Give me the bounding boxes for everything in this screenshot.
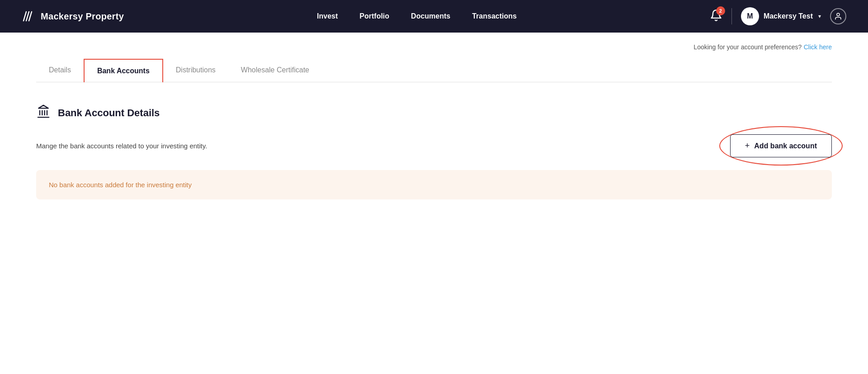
- profile-icon-button[interactable]: [830, 8, 846, 24]
- main-content: Looking for your account preferences? Cl…: [0, 33, 868, 214]
- svg-line-0: [24, 12, 26, 21]
- main-header: Mackersy Property Invest Portfolio Docum…: [0, 0, 868, 33]
- tabs-container: Details Bank Accounts Distributions Whol…: [36, 59, 832, 82]
- preferences-text: Looking for your account preferences?: [693, 43, 802, 52]
- nav-invest[interactable]: Invest: [317, 12, 338, 20]
- tab-details[interactable]: Details: [36, 59, 84, 82]
- profile-circle-icon: [830, 8, 846, 24]
- notification-badge: 2: [716, 6, 725, 15]
- section-body: Mange the bank accounts related to your …: [36, 134, 832, 157]
- add-bank-button-wrapper: + Add bank account: [730, 134, 832, 157]
- section-description: Mange the bank accounts related to your …: [36, 142, 207, 150]
- section-header: Bank Account Details: [36, 104, 832, 122]
- tab-bank-accounts[interactable]: Bank Accounts: [84, 59, 163, 82]
- main-nav: Invest Portfolio Documents Transactions: [317, 12, 517, 20]
- bank-icon: [36, 104, 51, 122]
- nav-documents[interactable]: Documents: [411, 12, 450, 20]
- svg-point-3: [837, 13, 840, 16]
- notification-button[interactable]: 2: [710, 9, 722, 24]
- user-name-label: Mackersy Test: [764, 12, 813, 20]
- header-right: 2 M Mackersy Test ▾: [710, 7, 846, 25]
- click-here-link[interactable]: Click here: [804, 43, 832, 52]
- plus-icon: +: [745, 141, 750, 151]
- header-divider: [731, 8, 732, 24]
- svg-line-1: [26, 12, 29, 21]
- empty-state-text: No bank accounts added for the investing…: [49, 181, 819, 189]
- svg-marker-9: [38, 105, 48, 109]
- chevron-down-icon: ▾: [818, 13, 821, 19]
- preferences-bar: Looking for your account preferences? Cl…: [36, 33, 832, 59]
- section-title: Bank Account Details: [58, 107, 160, 119]
- logo[interactable]: Mackersy Property: [22, 11, 124, 22]
- nav-transactions[interactable]: Transactions: [472, 12, 517, 20]
- user-avatar: M: [741, 7, 759, 25]
- bank-accounts-section: Bank Account Details Mange the bank acco…: [36, 82, 832, 214]
- tab-distributions[interactable]: Distributions: [163, 59, 228, 82]
- logo-icon: [22, 11, 36, 22]
- empty-state-box: No bank accounts added for the investing…: [36, 170, 832, 199]
- logo-text: Mackersy Property: [41, 11, 124, 22]
- add-bank-button-label: Add bank account: [754, 142, 817, 150]
- tab-wholesale-certificate[interactable]: Wholesale Certificate: [228, 59, 322, 82]
- nav-portfolio[interactable]: Portfolio: [359, 12, 389, 20]
- svg-line-2: [29, 12, 32, 21]
- add-bank-account-button[interactable]: + Add bank account: [730, 134, 832, 157]
- user-menu[interactable]: M Mackersy Test ▾: [741, 7, 821, 25]
